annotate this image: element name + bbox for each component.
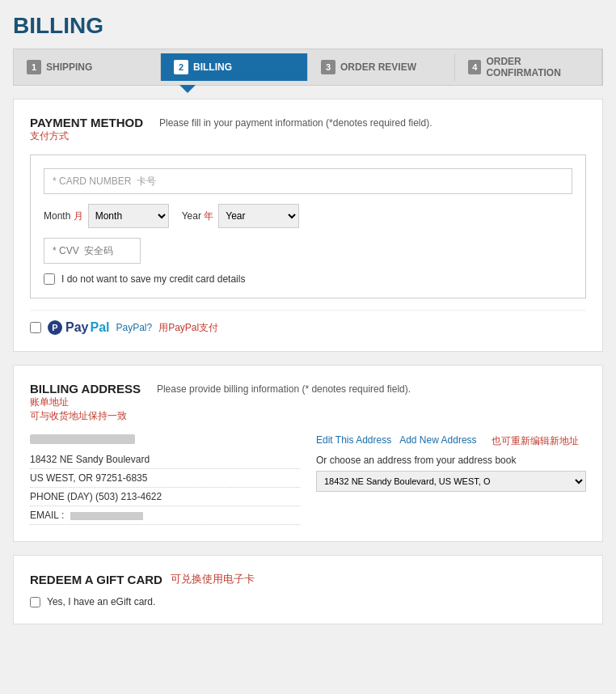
- step-shipping[interactable]: 1 SHIPPING: [14, 53, 161, 81]
- year-label: Year 年: [182, 209, 214, 223]
- address-book-select[interactable]: 18432 NE Sandy Boulevard, US WEST, O: [316, 471, 586, 492]
- address-book-label: Or choose an address from your address b…: [316, 455, 586, 466]
- month-select[interactable]: Month 01020304 05060708 09101112: [88, 204, 169, 228]
- address-line1: 18432 NE Sandy Boulevard: [30, 451, 300, 469]
- billing-address-header: BILLING ADDRESS 账单地址 可与收货地址保持一致 Please p…: [30, 382, 586, 423]
- expiry-row: Month 月 Month 01020304 05060708 09101112…: [44, 204, 572, 228]
- edit-address-link[interactable]: Edit This Address: [316, 434, 391, 448]
- add-address-cn: 也可重新编辑新地址: [492, 434, 579, 448]
- address-email: EMAIL :: [30, 506, 300, 525]
- address-blurred-name: [30, 434, 135, 444]
- address-phone: PHONE (DAY) (503) 213-4622: [30, 488, 300, 506]
- step-order-confirmation[interactable]: 4 ORDER CONFIRMATION: [455, 49, 602, 85]
- cvv-input[interactable]: [44, 238, 141, 264]
- step-label-billing: BILLING: [193, 61, 232, 73]
- payment-header: PAYMENT METHOD 支付方式 Please fill in your …: [30, 116, 586, 143]
- paypal-p-icon: P: [48, 320, 62, 335]
- gift-card-section: REDEEM A GIFT CARD 可兑换使用电子卡 Yes, I have …: [13, 555, 603, 624]
- gift-cn: 可兑换使用电子卡: [171, 572, 255, 586]
- payment-form: Month 月 Month 01020304 05060708 09101112…: [30, 154, 586, 298]
- payment-section: PAYMENT METHOD 支付方式 Please fill in your …: [13, 99, 603, 352]
- gift-card-checkbox[interactable]: [30, 597, 40, 607]
- month-group: Month 月 Month 01020304 05060708 09101112: [44, 204, 169, 228]
- payment-description: Please fill in your payment information …: [159, 117, 586, 129]
- step-num-3: 3: [321, 60, 335, 74]
- billing-address-subtitle2: 可与收货地址保持一致: [30, 409, 141, 423]
- paypal-logo: P PayPal: [48, 320, 109, 335]
- paypal-row: P PayPal PayPal? 用PayPal支付: [30, 310, 586, 335]
- payment-subtitle-cn: 支付方式: [30, 129, 143, 143]
- step-label-shipping: SHIPPING: [46, 61, 92, 73]
- step-label-order-review: ORDER REVIEW: [340, 61, 416, 73]
- month-label: Month 月: [44, 209, 83, 223]
- email-blurred: [70, 512, 143, 520]
- cvv-row: [44, 238, 572, 264]
- save-card-checkbox[interactable]: [44, 273, 55, 285]
- address-edit-links: Edit This Address Add New Address 也可重新编辑…: [316, 434, 586, 448]
- gift-card-label: Yes, I have an eGift card.: [47, 596, 155, 607]
- billing-address-description: Please provide billing information (* de…: [157, 383, 586, 395]
- card-number-input[interactable]: [44, 168, 572, 194]
- gift-title: REDEEM A GIFT CARD: [30, 573, 162, 586]
- step-num-4: 4: [468, 60, 481, 74]
- year-group: Year 年 Year 2023202420252026 20272028202…: [182, 204, 300, 228]
- year-select[interactable]: Year 2023202420252026 2027202820292030: [218, 204, 299, 228]
- paypal-cn: 用PayPal支付: [158, 321, 218, 335]
- step-label-order-confirmation: ORDER CONFIRMATION: [486, 56, 589, 78]
- paypal-checkbox[interactable]: [30, 322, 41, 333]
- progress-bar: 1 SHIPPING 2 BILLING 3 ORDER REVIEW 4 OR…: [13, 49, 603, 86]
- progress-arrow: [179, 85, 196, 93]
- add-address-link[interactable]: Add New Address: [399, 434, 476, 448]
- paypal-link[interactable]: PayPal?: [116, 322, 152, 333]
- payment-title: PAYMENT METHOD: [30, 116, 143, 129]
- step-num-1: 1: [27, 60, 41, 74]
- address-line2: US WEST, OR 97251-6835: [30, 469, 300, 488]
- gift-checkbox-row: Yes, I have an eGift card.: [30, 596, 586, 607]
- billing-address-subtitle: 账单地址: [30, 396, 141, 409]
- gift-section-header: REDEEM A GIFT CARD 可兑换使用电子卡: [30, 572, 586, 586]
- page-title: BILLING: [13, 13, 603, 39]
- save-card-label: I do not want to save my credit card det…: [61, 273, 245, 285]
- card-number-row: [44, 168, 572, 194]
- address-left: 18432 NE Sandy Boulevard US WEST, OR 972…: [30, 434, 300, 525]
- save-card-row: I do not want to save my credit card det…: [44, 273, 572, 285]
- step-order-review[interactable]: 3 ORDER REVIEW: [308, 53, 455, 81]
- step-billing[interactable]: 2 BILLING: [161, 53, 308, 81]
- billing-address-title: BILLING ADDRESS: [30, 382, 141, 396]
- step-num-2: 2: [174, 60, 188, 74]
- billing-address-section: BILLING ADDRESS 账单地址 可与收货地址保持一致 Please p…: [13, 365, 603, 542]
- billing-address-content: 18432 NE Sandy Boulevard US WEST, OR 972…: [30, 434, 586, 525]
- address-right: Edit This Address Add New Address 也可重新编辑…: [316, 434, 586, 525]
